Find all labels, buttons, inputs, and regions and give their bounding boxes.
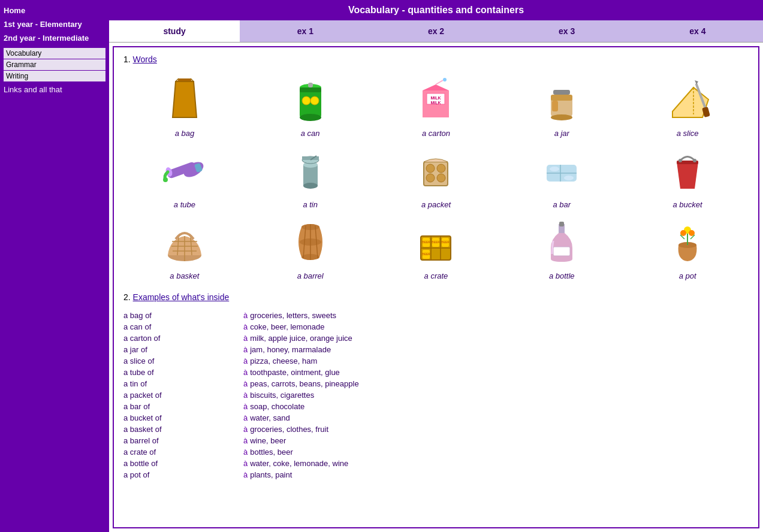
word-pot-label: a pot xyxy=(679,271,696,280)
svg-marker-28 xyxy=(695,80,698,84)
tab-ex3[interactable]: ex 3 xyxy=(502,20,632,42)
word-crate-label: a crate xyxy=(424,271,448,280)
word-bottle: a bottle xyxy=(500,215,623,280)
word-bar: a bar xyxy=(500,144,623,209)
example-content-10: àgroceries, clothes, fruit xyxy=(243,424,749,434)
svg-rect-84 xyxy=(553,247,570,256)
word-can: a can xyxy=(249,72,372,138)
example-item-0: a bag of xyxy=(123,310,243,321)
word-tube-label: a tube xyxy=(174,200,195,209)
svg-text:BEER: BEER xyxy=(432,240,441,244)
word-bucket: a bucket xyxy=(626,144,749,209)
example-content-0: àgroceries, letters, sweets xyxy=(243,310,749,321)
examples-grid: a bag ofàgroceries, letters, sweetsa can… xyxy=(123,310,749,480)
section1-title-link[interactable]: Words xyxy=(133,55,157,64)
svg-marker-52 xyxy=(677,162,698,189)
word-basket: a basket xyxy=(123,215,246,280)
example-item-9: a bucket of xyxy=(123,413,243,423)
example-item-2: a carton of xyxy=(123,333,243,343)
svg-point-46 xyxy=(437,174,445,182)
tab-ex4[interactable]: ex 4 xyxy=(632,20,763,42)
example-content-9: àwater, sand xyxy=(243,413,749,423)
svg-marker-0 xyxy=(173,81,197,117)
can-icon xyxy=(281,72,340,126)
example-item-1: a can of xyxy=(123,322,243,332)
word-basket-label: a basket xyxy=(170,271,199,280)
pot-icon xyxy=(658,215,717,269)
crate-icon: BEER BEER BEER BEER xyxy=(406,215,466,269)
svg-point-22 xyxy=(551,114,572,120)
carton-icon: MILK MILK xyxy=(406,72,466,126)
sidebar-2nd-year[interactable]: 2nd year - Intermediate xyxy=(4,32,105,45)
svg-point-7 xyxy=(300,114,321,121)
example-item-4: a slice of xyxy=(123,356,243,366)
word-barrel-label: a barrel xyxy=(297,271,324,280)
word-jar: a jar xyxy=(500,72,623,138)
example-item-5: a tube of xyxy=(123,367,243,377)
svg-point-43 xyxy=(426,164,435,173)
example-content-3: àjam, honey, marmalade xyxy=(243,344,749,355)
section2-header: 2. Examples of what's inside xyxy=(123,292,749,302)
svg-line-17 xyxy=(436,80,443,84)
bar-icon xyxy=(532,144,592,198)
sidebar-sub-grammar[interactable]: Grammar xyxy=(4,59,105,70)
sidebar-1st-year[interactable]: 1st year - Elementary xyxy=(4,19,105,31)
word-carton: MILK MILK a carton xyxy=(375,72,497,138)
example-item-10: a basket of xyxy=(123,424,243,434)
svg-text:BEER: BEER xyxy=(423,252,431,256)
example-item-6: a tin of xyxy=(123,379,243,389)
bottle-icon xyxy=(532,215,592,269)
word-bucket-label: a bucket xyxy=(673,200,702,209)
tin-icon xyxy=(281,144,340,198)
jar-icon xyxy=(532,72,592,126)
example-item-7: a packet of xyxy=(123,390,243,400)
svg-rect-21 xyxy=(551,95,572,101)
svg-point-55 xyxy=(693,159,696,162)
sidebar-home[interactable]: Home xyxy=(4,5,105,17)
word-can-label: a can xyxy=(301,129,320,138)
word-slice-label: a slice xyxy=(677,129,699,138)
svg-rect-19 xyxy=(553,90,570,95)
page-title: Vocabulary - quantities and containers xyxy=(109,0,763,20)
section2-title-link[interactable]: Examples of what's inside xyxy=(133,292,230,302)
svg-rect-8 xyxy=(300,87,321,92)
svg-point-18 xyxy=(443,78,447,81)
example-content-11: àwine, beer xyxy=(243,436,749,446)
sidebar-sub-vocabulary[interactable]: Vocabulary xyxy=(4,48,105,59)
example-content-2: àmilk, apple juice, orange juice xyxy=(243,333,749,343)
svg-text:MILK: MILK xyxy=(431,96,441,100)
example-content-14: àplants, paint xyxy=(243,470,749,480)
word-carton-label: a carton xyxy=(422,129,450,138)
example-item-3: a jar of xyxy=(123,344,243,355)
example-content-4: àpizza, cheese, ham xyxy=(243,356,749,366)
example-content-12: àbottles, beer xyxy=(243,447,749,457)
word-bar-label: a bar xyxy=(553,200,571,209)
svg-rect-35 xyxy=(303,165,318,186)
svg-point-9 xyxy=(302,96,310,105)
tab-ex2[interactable]: ex 2 xyxy=(370,20,501,42)
word-pot: a pot xyxy=(626,215,749,280)
word-tube: a tube xyxy=(123,144,246,209)
sidebar-links[interactable]: Links and all that xyxy=(4,84,105,96)
word-tin: a tin xyxy=(249,144,372,209)
word-barrel: a barrel xyxy=(249,215,372,280)
bucket-icon xyxy=(658,144,717,198)
packet-icon xyxy=(406,144,466,198)
example-content-8: àsoap, chocolate xyxy=(243,401,749,412)
example-item-13: a bottle of xyxy=(123,458,243,468)
basket-icon xyxy=(155,215,215,269)
svg-rect-83 xyxy=(559,222,564,226)
word-bag-label: a bag xyxy=(175,129,195,138)
tube-icon xyxy=(155,144,215,198)
svg-rect-23 xyxy=(552,101,558,111)
svg-rect-11 xyxy=(308,83,313,87)
word-slice: a slice xyxy=(626,72,749,138)
word-bottle-label: a bottle xyxy=(549,271,575,280)
section1-header: 1. Words xyxy=(123,55,749,64)
tab-study[interactable]: study xyxy=(109,20,240,42)
tab-ex1[interactable]: ex 1 xyxy=(240,20,370,42)
word-crate: BEER BEER BEER BEER a crate xyxy=(375,215,497,280)
svg-point-54 xyxy=(678,159,682,162)
svg-text:BEER: BEER xyxy=(423,240,431,244)
sidebar-sub-writing[interactable]: Writing xyxy=(4,71,105,81)
